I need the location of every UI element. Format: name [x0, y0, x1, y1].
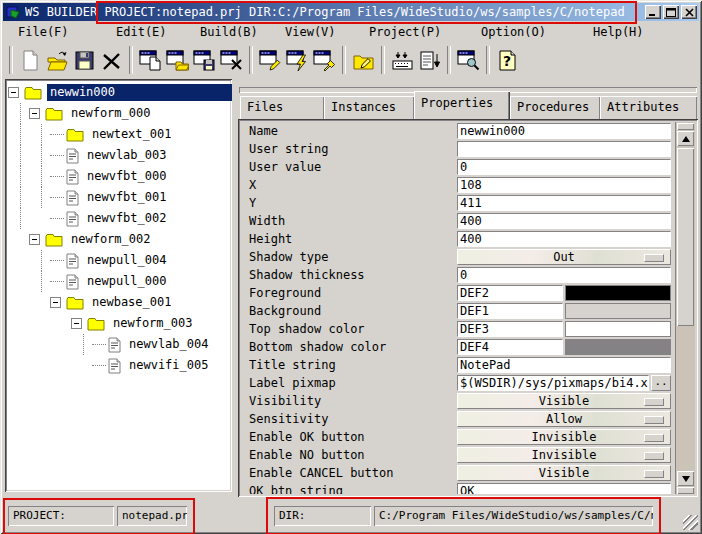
menu-item-help[interactable]: Help(H)	[589, 21, 648, 43]
tab-instances[interactable]: Instances	[324, 96, 414, 119]
tree-item-newbase_001[interactable]: newbase_001	[8, 292, 232, 313]
color-swatch[interactable]	[565, 339, 671, 355]
property-color-input[interactable]: DEF3	[457, 321, 563, 337]
title-bar[interactable]: WS BUILDER PROJECT:notepad.prj DIR:C:/Pr…	[3, 3, 699, 21]
toolbar-separator	[381, 46, 385, 74]
help-button[interactable]: ?	[494, 46, 521, 74]
collapse-minus-icon[interactable]	[29, 108, 40, 119]
sort-list-button[interactable]	[416, 46, 443, 74]
tree-item-newvfbt_001[interactable]: newvfbt_001	[8, 187, 232, 208]
menu-item-view[interactable]: View(V)	[281, 21, 340, 43]
property-option-menu[interactable]: Allow	[457, 411, 671, 427]
scroll-down-button[interactable]	[677, 471, 694, 486]
tree-connector	[92, 334, 106, 355]
minimize-button[interactable]	[645, 5, 661, 19]
tree-expander[interactable]	[8, 82, 22, 103]
tree-expander[interactable]	[29, 229, 43, 250]
tab-procedures[interactable]: Procedures	[510, 96, 600, 119]
status-project-value: notepad.prj	[117, 506, 187, 526]
new-file-button[interactable]	[17, 46, 44, 74]
tree-expander[interactable]	[71, 313, 85, 334]
scroll-thumb[interactable]	[677, 148, 694, 326]
tree-connector	[50, 250, 64, 271]
tree-expander[interactable]	[50, 292, 64, 313]
tree-item-newform_002[interactable]: newform_002	[8, 229, 232, 250]
property-text-input[interactable]: OK	[457, 483, 671, 494]
keyboard-import-button[interactable]	[389, 46, 416, 74]
property-option-menu[interactable]: Visible	[457, 465, 671, 481]
property-text-input[interactable]	[457, 141, 671, 157]
tree-expander[interactable]	[29, 103, 43, 124]
tree-item-newpull_000[interactable]: newpull_000	[8, 271, 232, 292]
tree-item-newform_000[interactable]: newform_000	[8, 103, 232, 124]
property-row: Label pixmap$(WSDIR)/sys/pixmaps/bi4.xpm…	[241, 374, 673, 392]
color-swatch[interactable]	[565, 303, 671, 319]
menu-item-build[interactable]: Build(B)	[196, 21, 262, 43]
property-list: Namenewwin000User stringUser value0X108Y…	[241, 122, 673, 494]
tab-attributes[interactable]: Attributes	[600, 96, 697, 119]
property-option-menu[interactable]: Invisible	[457, 447, 671, 463]
tree-item-newvlab_003[interactable]: newvlab_003	[8, 145, 232, 166]
maximize-button[interactable]	[663, 5, 679, 19]
document-icon	[66, 274, 79, 290]
collapse-minus-icon[interactable]	[71, 318, 82, 329]
edit-window-button[interactable]	[257, 46, 284, 74]
close-button[interactable]	[681, 5, 697, 19]
property-color-input[interactable]: DEF2	[457, 285, 563, 301]
property-text-input[interactable]: NotePad	[457, 357, 671, 373]
delete-button[interactable]	[98, 46, 125, 74]
property-text-input[interactable]: 108	[457, 177, 671, 193]
tree-item-newform_003[interactable]: newform_003	[8, 313, 232, 334]
menu-item-edit[interactable]: Edit(E)	[112, 21, 171, 43]
scroll-up-button[interactable]	[677, 131, 694, 146]
open-project-button[interactable]	[44, 46, 71, 74]
window-title: WS BUILDER PROJECT:notepad.prj DIR:C:/Pr…	[25, 5, 645, 19]
property-option-menu[interactable]: Out	[457, 249, 671, 265]
tree-item-newpull_004[interactable]: newpull_004	[8, 250, 232, 271]
tree-item-newtext_001[interactable]: newtext_001	[8, 124, 232, 145]
collapse-minus-icon[interactable]	[8, 87, 19, 98]
option-menu-indicator	[644, 452, 664, 460]
property-text-input[interactable]: newwin000	[457, 123, 671, 139]
property-file-input[interactable]: $(WSDIR)/sys/pixmaps/bi4.xpm	[457, 375, 649, 391]
property-text-input[interactable]: 400	[457, 213, 671, 229]
tree-indent-guide	[29, 313, 50, 334]
tab-files[interactable]: Files	[240, 96, 324, 119]
tree-item-newvfbt_002[interactable]: newvfbt_002	[8, 208, 232, 229]
collapse-minus-icon[interactable]	[29, 234, 40, 245]
new-window-button[interactable]	[137, 46, 164, 74]
open-window-button[interactable]	[164, 46, 191, 74]
vertical-scrollbar[interactable]	[675, 122, 695, 494]
property-option-menu[interactable]: Visible	[457, 393, 671, 409]
tree-item-newvfbt_000[interactable]: newvfbt_000	[8, 166, 232, 187]
color-swatch[interactable]	[565, 321, 671, 337]
tree-item-newvlab_004[interactable]: newvlab_004	[8, 334, 232, 355]
resize-grip[interactable]	[683, 515, 698, 530]
property-text-input[interactable]: 411	[457, 195, 671, 211]
save-window-button[interactable]	[191, 46, 218, 74]
menu-item-option[interactable]: Option(O)	[477, 21, 550, 43]
menu-item-file[interactable]: File(F)	[14, 21, 73, 43]
edit-folder-button[interactable]	[350, 46, 377, 74]
scroll-track[interactable]	[677, 146, 694, 470]
tab-properties[interactable]: Properties	[414, 91, 510, 119]
property-text-input[interactable]: 0	[457, 267, 671, 283]
tree-item-newvifi_005[interactable]: newvifi_005	[8, 355, 232, 376]
tree-indent-guide	[29, 292, 50, 313]
color-swatch[interactable]	[565, 285, 671, 301]
menu-item-project[interactable]: Project(P)	[365, 21, 445, 43]
tree-item-newwin000[interactable]: newwin000	[8, 82, 232, 103]
svg-text:?: ?	[503, 53, 511, 69]
save-project-button[interactable]	[71, 46, 98, 74]
preview-window-button[interactable]	[455, 46, 482, 74]
build-window-button[interactable]	[284, 46, 311, 74]
property-color-input[interactable]: DEF4	[457, 339, 563, 355]
property-color-input[interactable]: DEF1	[457, 303, 563, 319]
collapse-minus-icon[interactable]	[50, 297, 61, 308]
close-window-button[interactable]	[218, 46, 245, 74]
property-option-menu[interactable]: Invisible	[457, 429, 671, 445]
property-text-input[interactable]: 0	[457, 159, 671, 175]
browse-button[interactable]: ..	[651, 375, 671, 391]
property-text-input[interactable]: 400	[457, 231, 671, 247]
exec-window-button[interactable]	[311, 46, 338, 74]
